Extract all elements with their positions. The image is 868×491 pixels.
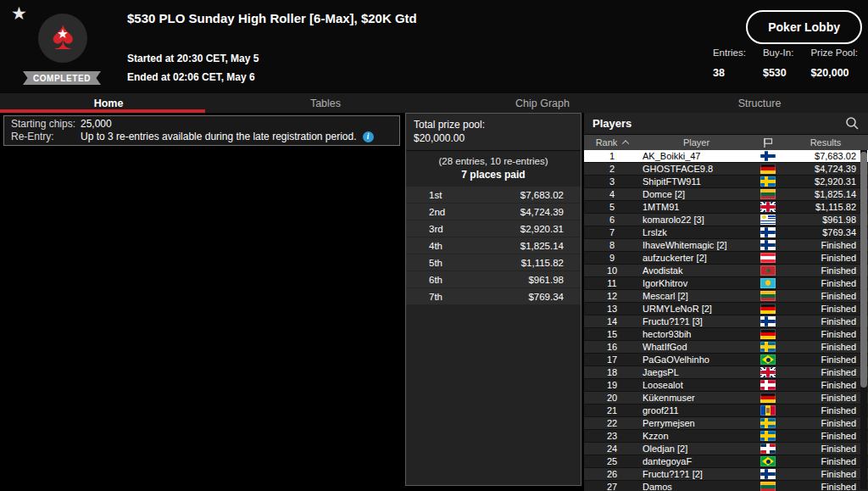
stat-entries: Entries:38 xyxy=(713,47,746,79)
rank-column-header[interactable]: Rank xyxy=(584,137,640,148)
players-scrollbar-thumb[interactable] xyxy=(860,152,867,388)
player-row[interactable]: 3ShipitFTW911$2,920.31 xyxy=(584,176,868,188)
player-row[interactable]: 27DamosFinished xyxy=(584,481,868,491)
info-label: Re-Entry: xyxy=(11,131,81,143)
tab-tables[interactable]: Tables xyxy=(217,93,434,113)
player-row[interactable]: 12Mescarl [2]Finished xyxy=(584,290,868,303)
player-row[interactable]: 23KzzonFinished xyxy=(584,430,868,443)
player-flag-cell xyxy=(753,469,783,479)
moldova-flag-icon xyxy=(760,405,776,416)
player-rank: 2 xyxy=(584,164,640,174)
player-row[interactable]: 4Domce [2]$1,825.14 xyxy=(584,188,868,201)
tab-chip-graph[interactable]: Chip Graph xyxy=(434,93,651,113)
player-flag-cell xyxy=(753,164,783,174)
player-row[interactable]: 25dantegoyaFFinished xyxy=(584,455,868,468)
finland-flag-icon xyxy=(760,469,776,479)
player-row[interactable]: 16WhatIfGodFinished xyxy=(584,341,868,354)
player-row[interactable]: 24Oledjan [2]Finished xyxy=(584,443,868,455)
player-row[interactable]: 8IhaveWhitemagic [2]Finished xyxy=(584,239,868,252)
payout-place: 2nd xyxy=(406,207,478,217)
player-row[interactable]: 26Fructu?1?1 [2]Finished xyxy=(584,468,868,481)
player-name: Domce [2] xyxy=(640,189,753,199)
player-column-header[interactable]: Player xyxy=(640,137,753,148)
players-title: Players xyxy=(593,117,632,130)
players-scrollbar[interactable] xyxy=(860,150,867,489)
players-panel: Players Rank Player Results 1AK_Boikki_4… xyxy=(584,113,868,491)
player-row[interactable]: 21groof211Finished xyxy=(584,405,868,417)
prize-pool-header: Total prize pool: $20,000.00 xyxy=(406,114,581,151)
player-rank: 5 xyxy=(584,202,640,212)
tab-structure[interactable]: Structure xyxy=(651,93,868,113)
players-rows: 1AK_Boikki_47$7,683.022GHOSTFACE9.8$4,72… xyxy=(584,150,868,491)
payout-amount: $1,115.82 xyxy=(478,258,581,268)
player-row[interactable]: 9aufzuckerter [2]Finished xyxy=(584,252,868,265)
player-result: Finished xyxy=(783,342,868,352)
poker-lobby-button[interactable]: Poker Lobby xyxy=(746,10,862,44)
player-row[interactable]: 18JaegsPLFinished xyxy=(584,366,868,379)
player-rank: 19 xyxy=(584,380,640,390)
player-rank: 14 xyxy=(584,316,640,326)
player-row[interactable]: 20KükenmuserFinished xyxy=(584,392,868,405)
info-value: 25,000 xyxy=(81,118,112,131)
player-rank: 9 xyxy=(584,253,640,263)
lithuania-flag-icon xyxy=(760,482,776,491)
results-column-header[interactable]: Results xyxy=(783,137,868,148)
stat-value: $20,000 xyxy=(810,67,858,79)
player-result: Finished xyxy=(783,253,868,263)
player-row[interactable]: 17PaGaOVelhinhoFinished xyxy=(584,354,868,366)
status-badge: COMPLETED xyxy=(23,71,101,85)
player-row[interactable]: 7Lrslzk$769.34 xyxy=(584,226,868,239)
player-flag-cell xyxy=(753,329,783,339)
player-rank: 8 xyxy=(584,240,640,250)
player-row[interactable]: 10AvodistakFinished xyxy=(584,265,868,277)
payout-amount: $1,825.14 xyxy=(478,241,581,251)
player-flag-cell xyxy=(753,304,783,314)
player-result: Finished xyxy=(783,482,868,491)
player-result: Finished xyxy=(783,240,868,250)
payout-amount: $961.98 xyxy=(478,275,581,285)
player-name: dantegoyaF xyxy=(640,456,753,466)
header-stats: Entries:38Buy-In:$530Prize Pool:$20,000 xyxy=(713,47,858,79)
player-row[interactable]: 6komarolo22 [3]$961.98 xyxy=(584,214,868,226)
payout-amount: $2,920.31 xyxy=(478,224,581,234)
player-flag-cell xyxy=(753,189,783,199)
player-flag-cell xyxy=(753,202,783,212)
info-row: Re-Entry:Up to 3 re-entries available du… xyxy=(11,131,392,143)
payout-row: 7th$769.34 xyxy=(406,288,581,304)
sweden-flag-icon xyxy=(760,431,776,441)
search-icon[interactable] xyxy=(845,116,860,131)
player-result: Finished xyxy=(783,418,868,428)
player-flag-cell xyxy=(753,342,783,352)
player-name: JaegsPL xyxy=(640,367,753,377)
player-row[interactable]: 11IgorKhitrovFinished xyxy=(584,277,868,290)
player-row[interactable]: 2GHOSTFACE9.8$4,724.39 xyxy=(584,163,868,176)
player-result: Finished xyxy=(783,316,868,326)
player-name: ShipitFTW911 xyxy=(640,176,753,187)
info-icon[interactable]: i xyxy=(363,131,374,142)
player-result: Finished xyxy=(783,354,868,365)
player-row[interactable]: 1AK_Boikki_47$7,683.02 xyxy=(584,150,868,163)
player-row[interactable]: 13URMYLeNoR [2]Finished xyxy=(584,303,868,315)
payout-place: 5th xyxy=(406,258,478,268)
player-result: $4,724.39 xyxy=(783,164,868,174)
player-name: IgorKhitrov xyxy=(640,278,753,288)
tab-bar: HomeTablesChip GraphStructure xyxy=(0,93,868,113)
payout-row: 4th$1,825.14 xyxy=(406,237,581,254)
entries-summary: (28 entries, 10 re-entries) 7 places pai… xyxy=(406,151,581,187)
player-row[interactable]: 22PerrymejsenFinished xyxy=(584,417,868,430)
player-flag-cell xyxy=(753,240,783,250)
payout-row: 5th$1,115.82 xyxy=(406,254,581,271)
player-row[interactable]: 19LoosealotFinished xyxy=(584,379,868,392)
player-row[interactable]: 51MTM91$1,115.82 xyxy=(584,201,868,214)
brazil-flag-icon xyxy=(760,456,776,466)
player-result: Finished xyxy=(783,304,868,314)
player-rank: 26 xyxy=(584,469,640,479)
favorite-star-icon[interactable]: ★ xyxy=(11,3,27,24)
player-rank: 15 xyxy=(584,329,640,339)
player-result: Finished xyxy=(783,444,868,454)
flag-column-header[interactable] xyxy=(753,137,783,148)
player-flag-cell xyxy=(753,482,783,491)
player-result: Finished xyxy=(783,469,868,479)
player-row[interactable]: 15hector93bihFinished xyxy=(584,328,868,341)
player-row[interactable]: 14Fructu?1?1 [3]Finished xyxy=(584,315,868,328)
